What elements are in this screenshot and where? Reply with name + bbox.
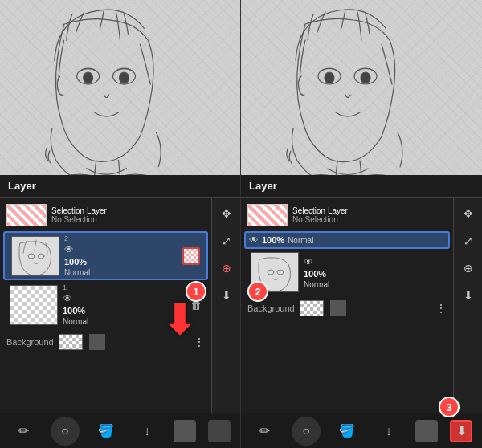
left-selection-layer-row[interactable]: Selection Layer No Selection	[0, 201, 211, 230]
svg-point-2	[84, 72, 93, 83]
right-layer-row-1[interactable]: 👁 100% Normal	[244, 250, 450, 294]
left-panel: Layer Selection Layer No Selection	[0, 0, 241, 448]
left-icon-download[interactable]: ⬇	[215, 284, 238, 307]
right-bg-options[interactable]: ⋮	[435, 302, 447, 315]
left-circle-1-label: 1	[193, 286, 198, 298]
left-bg-label: Background	[6, 337, 54, 347]
left-layer-title: Layer	[8, 180, 36, 192]
right-layer-2-mode: Normal	[288, 236, 313, 245]
left-selection-thumb	[6, 204, 47, 226]
left-layer-content: Selection Layer No Selection	[0, 198, 240, 448]
right-icon-download[interactable]: ⬇	[457, 284, 480, 307]
left-undo-tool[interactable]	[174, 420, 196, 442]
right-layer-1-info: 👁 100% Normal	[304, 256, 443, 289]
left-bg-thumb	[59, 334, 83, 350]
right-tool-strip: ✏ ○ 🪣 ↓ ⬇	[241, 413, 482, 448]
right-bg-thumb	[300, 300, 324, 316]
right-undo-tool[interactable]	[415, 420, 438, 442]
left-layer-2-mode: Normal	[64, 268, 178, 277]
right-eraser-tool[interactable]: ○	[292, 417, 321, 446]
right-circle-3-label: 3	[446, 401, 451, 413]
right-no-selection-label: No Selection	[292, 215, 348, 224]
left-layer-2-eye[interactable]: 👁	[64, 244, 178, 255]
left-selection-label: Selection Layer	[51, 206, 107, 215]
right-icon-merge[interactable]: ⊕	[457, 257, 480, 279]
right-layer-row-2[interactable]: 👁 100% Normal	[244, 231, 450, 249]
svg-point-3	[120, 72, 129, 83]
left-layer-1-number: 1	[63, 283, 186, 291]
left-down-arrow-tool[interactable]: ↓	[133, 417, 161, 446]
right-layer-1-eye[interactable]: 👁	[304, 256, 443, 267]
right-layer-2-inner: 👁 100% Normal	[249, 234, 445, 246]
left-layer-2-mask	[182, 247, 200, 265]
left-layer-2-number: 2	[64, 234, 178, 242]
left-layer-1-thumb	[10, 285, 58, 325]
left-selection-info: Selection Layer No Selection	[51, 206, 107, 224]
left-layer-row-2[interactable]: 2 👁 100% Normal	[3, 231, 208, 280]
right-selection-info: Selection Layer No Selection	[292, 206, 348, 224]
right-icon-move[interactable]: ✥	[457, 202, 480, 225]
left-tool-strip: ✏ ○ 🪣 ↓	[0, 413, 240, 448]
left-no-selection-label: No Selection	[51, 215, 107, 224]
right-circle-2-label: 2	[255, 286, 260, 298]
svg-point-10	[361, 72, 370, 83]
right-layer-1-mode: Normal	[304, 280, 443, 289]
right-down-arrow-tool[interactable]: ↓	[374, 417, 403, 446]
right-bg-row: Background ⋮	[241, 295, 453, 321]
left-circle-1: 1	[186, 281, 206, 302]
left-eraser-tool[interactable]: ○	[51, 417, 80, 446]
right-layer-1-opacity: 100%	[304, 269, 443, 279]
left-bucket-tool[interactable]: 🪣	[92, 417, 120, 446]
left-layer-2-thumb	[11, 236, 59, 276]
left-layer-2-info: 2 👁 100% Normal	[64, 234, 178, 277]
right-icon-transform[interactable]: ⤢	[457, 230, 480, 252]
left-bg-pattern	[89, 334, 105, 350]
right-selection-label: Selection Layer	[292, 206, 348, 215]
left-layer-header: Layer	[0, 175, 240, 198]
right-brush-tool[interactable]: ✏	[251, 417, 280, 446]
left-icon-transform[interactable]: ⤢	[215, 230, 238, 252]
left-layer-1-thumb-wrapper	[10, 285, 58, 325]
left-layer-2-opacity: 100%	[64, 257, 178, 267]
right-circle-2: 2	[247, 281, 268, 302]
left-red-arrow: ⬇	[162, 297, 196, 344]
right-canvas	[241, 0, 482, 185]
right-selection-layer-row[interactable]: Selection Layer No Selection	[241, 201, 453, 230]
left-icon-move[interactable]: ✥	[215, 202, 238, 225]
right-layer-title: Layer	[249, 180, 277, 192]
left-layer-2-thumb-wrapper	[11, 236, 59, 276]
left-layer-panel: Layer Selection Layer No Selection	[0, 175, 240, 448]
left-canvas	[0, 0, 240, 185]
right-circle-3: 3	[439, 397, 460, 417]
right-chevron-down-tool[interactable]: ⬇	[450, 420, 472, 442]
right-bg-label: Background	[247, 303, 295, 313]
right-bg-pattern	[330, 300, 346, 316]
right-layer-2-opacity: 100%	[262, 235, 284, 245]
right-last-btn-wrapper: ⬇	[450, 420, 472, 442]
left-icon-merge[interactable]: ⊕	[215, 257, 238, 279]
svg-point-9	[325, 72, 334, 83]
left-square-tool[interactable]	[208, 420, 231, 442]
left-right-icons: ✥ ⤢ ⊕ ⬇	[211, 198, 240, 448]
right-panel: Layer Selection Layer No Selection 👁 100…	[241, 0, 482, 448]
right-layer-list: Selection Layer No Selection 👁 100% Norm…	[241, 198, 453, 448]
right-selection-thumb	[247, 204, 288, 226]
right-bucket-tool[interactable]: 🪣	[333, 417, 362, 446]
right-layer-header: Layer	[241, 175, 482, 198]
right-layer-2-eye[interactable]: 👁	[249, 234, 259, 246]
left-brush-tool[interactable]: ✏	[10, 417, 39, 446]
